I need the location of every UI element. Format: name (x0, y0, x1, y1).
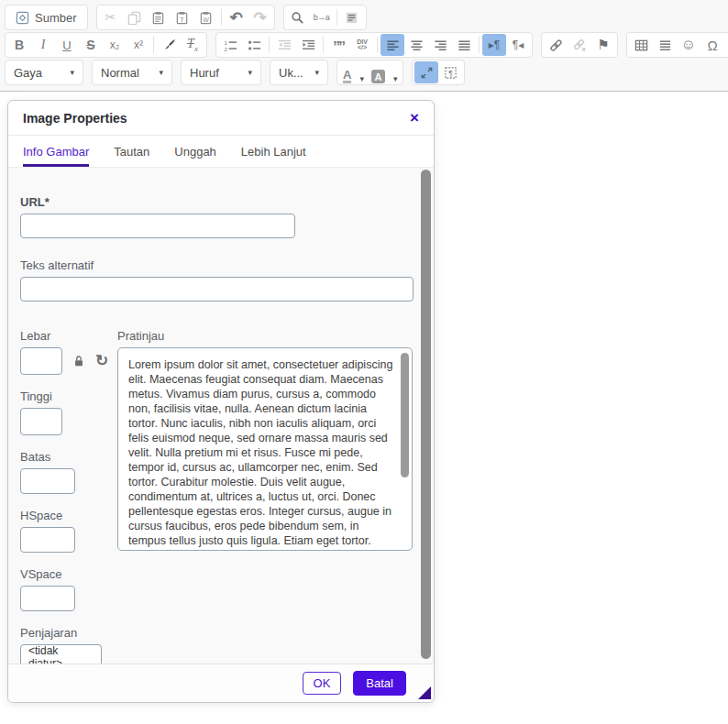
dialog-title: Image Properties (23, 111, 127, 126)
text-direction-rtl-button[interactable]: ¶◂ (506, 34, 530, 56)
superscript-button[interactable]: x² (127, 34, 150, 56)
copy-button[interactable] (123, 6, 147, 28)
editor-content-area[interactable]: Image Properties × Info Gambar Tautan Un… (0, 92, 728, 724)
remove-format-icon: Tx (187, 37, 198, 53)
source-group: Sumber (5, 5, 88, 30)
align-left-button[interactable] (381, 34, 404, 56)
separator (479, 37, 480, 53)
anchor-button[interactable]: ⚑ (591, 34, 615, 56)
remove-format-button[interactable]: Tx (181, 34, 204, 56)
align-center-button[interactable] (404, 34, 428, 56)
height-input[interactable] (20, 408, 62, 435)
select-all-icon (345, 11, 358, 25)
unlink-button[interactable] (568, 34, 591, 56)
dialog-resize-handle[interactable] (418, 686, 431, 699)
special-character-button[interactable]: Ω (700, 34, 724, 56)
alignment-selected-value: <tidak diatur> (28, 644, 94, 664)
decrease-indent-button[interactable] (272, 34, 296, 56)
vspace-input[interactable] (20, 586, 75, 611)
maximize-button[interactable] (414, 61, 438, 83)
chevron-down-icon: ▾ (70, 68, 74, 77)
close-icon[interactable]: × (410, 110, 419, 126)
ok-button[interactable]: OK (303, 672, 342, 695)
lock-ratio-button[interactable] (72, 355, 85, 367)
redo-button[interactable]: ↷ (248, 6, 272, 28)
border-input[interactable] (20, 468, 75, 494)
bulleted-list-button[interactable] (242, 34, 266, 56)
subscript-button[interactable]: x₂ (103, 34, 127, 56)
alignment-select[interactable]: <tidak diatur> (20, 644, 102, 664)
tab-tautan[interactable]: Tautan (114, 145, 149, 167)
separator (336, 9, 337, 26)
height-field-group: Tinggi (20, 389, 117, 435)
paste-word-icon (199, 11, 213, 25)
styles-combo[interactable]: Gaya ▾ (5, 60, 83, 85)
width-input[interactable] (20, 347, 62, 375)
link-button[interactable] (544, 34, 568, 56)
vspace-field-group: VSpace (20, 567, 117, 611)
width-field-group: Lebar ↻ (20, 329, 117, 375)
width-row: ↻ (20, 347, 117, 375)
url-input[interactable] (20, 214, 295, 238)
alignment-field-group: Penjajaran <tidak diatur> (20, 626, 117, 664)
basicstyles-group: B I U S x₂ x² Tx (5, 32, 207, 58)
separator (377, 37, 378, 53)
blockquote-button[interactable]: ”” (326, 34, 350, 56)
copy-formatting-button[interactable] (157, 34, 181, 56)
numbered-list-button[interactable] (218, 34, 242, 56)
paste-as-text-button[interactable] (171, 6, 194, 28)
find-button[interactable] (286, 6, 310, 28)
hspace-input[interactable] (20, 527, 75, 553)
source-button[interactable]: Sumber (7, 6, 85, 28)
insert-table-button[interactable] (629, 34, 653, 56)
unlink-icon (573, 38, 587, 52)
tab-unggah[interactable]: Unggah (174, 145, 216, 167)
page-break-button[interactable] (724, 34, 728, 56)
div-container-button[interactable]: DIV</> (350, 34, 374, 56)
align-right-icon (434, 38, 447, 52)
paste-button[interactable] (147, 6, 171, 28)
cut-button[interactable]: ✂ (99, 6, 123, 28)
background-color-button[interactable]: A ▾ (368, 61, 402, 83)
div-container-icon: DIV</> (357, 39, 368, 50)
text-color-icon: A (343, 69, 351, 83)
tab-info-gambar[interactable]: Info Gambar (23, 145, 89, 167)
source-icon (16, 11, 29, 25)
strikethrough-icon: S (86, 38, 94, 52)
smiley-button[interactable]: ☺ (677, 34, 700, 56)
dialog-scrollbar[interactable] (421, 170, 431, 659)
separator (269, 37, 270, 53)
alt-text-input[interactable] (20, 277, 414, 302)
separator (323, 37, 324, 53)
tab-lebih-lanjut[interactable]: Lebih Lanjut (241, 145, 306, 167)
show-blocks-button[interactable] (438, 61, 462, 83)
strikethrough-button[interactable]: S (79, 34, 103, 56)
preview-text: Lorem ipsum dolor sit amet, consectetuer… (128, 358, 392, 551)
undo-button[interactable]: ↶ (225, 6, 248, 28)
align-right-button[interactable] (428, 34, 452, 56)
preview-scrollbar[interactable] (401, 353, 409, 477)
font-combo[interactable]: Huruf ▾ (181, 60, 261, 85)
insert-group: ☺ Ω (626, 32, 728, 58)
italic-icon: I (41, 38, 46, 52)
select-all-button[interactable] (340, 6, 364, 28)
hspace-label: HSpace (20, 509, 117, 522)
underline-button[interactable]: U (55, 34, 79, 56)
increase-indent-button[interactable] (296, 34, 320, 56)
paste-icon (151, 11, 165, 25)
text-direction-ltr-button[interactable]: ▸¶ (482, 34, 506, 56)
text-color-button[interactable]: A ▾ (339, 61, 368, 83)
italic-button[interactable]: I (31, 34, 55, 56)
align-justify-button[interactable] (452, 34, 476, 56)
bold-button[interactable]: B (7, 34, 31, 56)
reset-size-button[interactable]: ↻ (95, 355, 108, 367)
chevron-down-icon: ▾ (393, 74, 398, 83)
cancel-button[interactable]: Batal (353, 671, 406, 696)
format-combo[interactable]: Normal ▾ (92, 60, 172, 85)
separator (221, 9, 222, 26)
horizontal-rule-button[interactable] (653, 34, 677, 56)
size-combo[interactable]: Uk... ▾ (270, 60, 328, 85)
replace-button[interactable]: b→a (310, 6, 334, 28)
paste-from-word-button[interactable] (194, 6, 218, 28)
indent-icon (302, 38, 315, 52)
